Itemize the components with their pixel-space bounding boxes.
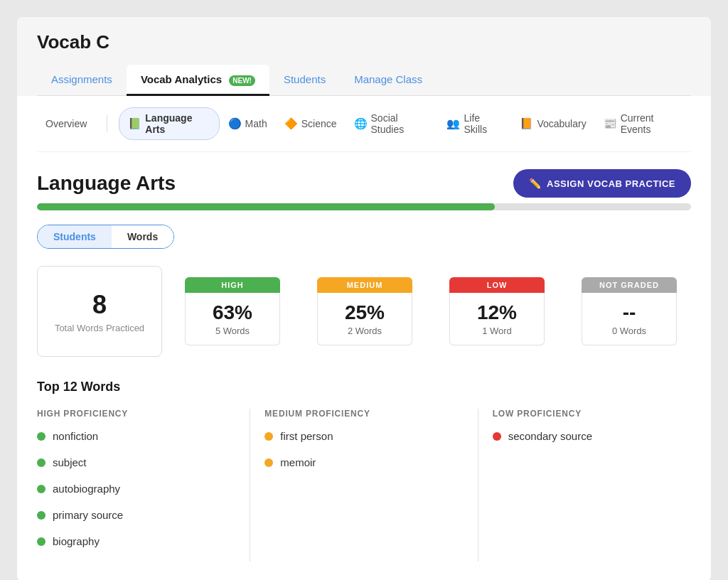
low-words: 1 Word (464, 326, 530, 336)
language-arts-icon: 📗 (128, 117, 141, 130)
medium-proficiency-column: MEDIUM PROFICIENCY first person memoir (264, 409, 463, 562)
subject-language-arts[interactable]: 📗 Language Arts (119, 107, 219, 140)
section-title: Language Arts (37, 172, 176, 195)
list-item: biography (37, 535, 221, 547)
high-words: 5 Words (200, 326, 265, 336)
yellow-dot (264, 432, 273, 441)
yellow-dot (264, 458, 273, 467)
tab-vocab-analytics[interactable]: Vocab Analytics NEW! (127, 65, 269, 96)
list-item: autobiography (37, 483, 221, 495)
stat-total-words: 8 Total Words Practiced (37, 266, 162, 357)
life-skills-icon: 👥 (446, 117, 460, 130)
progress-bar-container (37, 203, 691, 210)
medium-percent: 25% (332, 301, 397, 324)
list-item: memoir (264, 456, 449, 468)
top-words-title: Top 12 Words (37, 380, 691, 394)
subject-divider (107, 115, 107, 132)
low-column-header: LOW PROFICIENCY (493, 409, 677, 419)
math-icon: 🔵 (228, 117, 242, 130)
list-item: nonfiction (37, 430, 221, 442)
low-proficiency-column: LOW PROFICIENCY secondary source (493, 409, 691, 562)
new-badge: NEW! (229, 75, 255, 86)
high-label: HIGH (185, 277, 280, 293)
social-studies-icon: 🌐 (354, 117, 368, 130)
stat-high: HIGH 63% 5 Words (171, 266, 294, 357)
science-icon: 🔶 (284, 117, 298, 130)
red-dot (493, 432, 501, 441)
subject-math[interactable]: 🔵 Math (220, 113, 276, 134)
medium-label: MEDIUM (317, 277, 412, 293)
list-item: secondary source (493, 430, 677, 442)
medium-body: 25% 2 Words (317, 293, 412, 345)
list-item: first person (264, 430, 449, 442)
page-title: Vocab C (37, 31, 691, 53)
low-percent: 12% (464, 301, 530, 324)
notgraded-percent: -- (596, 301, 662, 324)
words-columns: HIGH PROFICIENCY nonfiction subject auto… (37, 409, 691, 562)
notgraded-label: NOT GRADED (582, 277, 677, 293)
toggle-tab-words[interactable]: Words (112, 225, 173, 248)
notgraded-body: -- 0 Words (582, 293, 677, 345)
high-proficiency-column: HIGH PROFICIENCY nonfiction subject auto… (37, 409, 235, 562)
stat-medium: MEDIUM 25% 2 Words (303, 266, 427, 357)
toggle-tabs: Students Words (37, 225, 174, 249)
low-label: LOW (449, 277, 545, 293)
column-divider (250, 409, 250, 562)
green-dot (37, 537, 46, 546)
page-wrapper: Vocab C Assignments Vocab Analytics NEW!… (17, 17, 711, 580)
subject-science[interactable]: 🔶 Science (276, 113, 346, 134)
green-dot (37, 485, 46, 493)
medium-words: 2 Words (332, 326, 397, 336)
total-words-label: Total Words Practiced (52, 323, 147, 333)
top-nav: Assignments Vocab Analytics NEW! Student… (37, 65, 691, 96)
page-header: Vocab C Assignments Vocab Analytics NEW!… (17, 17, 711, 96)
green-dot (37, 432, 46, 441)
assign-vocab-button[interactable]: ✏️ ASSIGN VOCAB PRACTICE (513, 169, 691, 198)
list-item: subject (37, 456, 221, 468)
subject-nav: Overview 📗 Language Arts 🔵 Math 🔶 Scienc… (37, 96, 691, 152)
section-header: Language Arts ✏️ ASSIGN VOCAB PRACTICE (37, 169, 691, 198)
notgraded-words: 0 Words (596, 326, 662, 336)
stat-low: LOW 12% 1 Word (435, 266, 559, 357)
green-dot (37, 511, 46, 520)
green-dot (37, 458, 46, 467)
pencil-icon: ✏️ (529, 178, 542, 189)
subject-overview[interactable]: Overview (37, 114, 95, 134)
high-body: 63% 5 Words (185, 293, 280, 345)
subject-social-studies[interactable]: 🌐 Social Studies (346, 108, 439, 139)
subject-vocabulary[interactable]: 📙 Vocabulary (511, 113, 594, 134)
subject-life-skills[interactable]: 👥 Life Skills (438, 108, 511, 139)
stats-row: 8 Total Words Practiced HIGH 63% 5 Words… (37, 266, 691, 357)
total-words-number: 8 (52, 290, 147, 320)
high-percent: 63% (200, 301, 265, 324)
high-column-header: HIGH PROFICIENCY (37, 409, 221, 419)
current-events-icon: 📰 (604, 117, 617, 130)
main-content: Overview 📗 Language Arts 🔵 Math 🔶 Scienc… (17, 96, 711, 580)
top-words-section: Top 12 Words HIGH PROFICIENCY nonfiction… (37, 380, 691, 562)
list-item: primary source (37, 509, 221, 521)
tab-manage-class[interactable]: Manage Class (340, 65, 437, 96)
medium-column-header: MEDIUM PROFICIENCY (264, 409, 449, 419)
tab-assignments[interactable]: Assignments (37, 65, 127, 96)
vocabulary-icon: 📙 (520, 117, 533, 130)
toggle-tab-students[interactable]: Students (38, 225, 112, 248)
low-body: 12% 1 Word (449, 293, 545, 345)
column-divider-2 (478, 409, 478, 562)
stat-not-graded: NOT GRADED -- 0 Words (567, 266, 691, 357)
progress-bar-fill (37, 203, 495, 210)
subject-current-events[interactable]: 📰 Current Events (595, 108, 691, 139)
tab-students[interactable]: Students (269, 65, 340, 96)
